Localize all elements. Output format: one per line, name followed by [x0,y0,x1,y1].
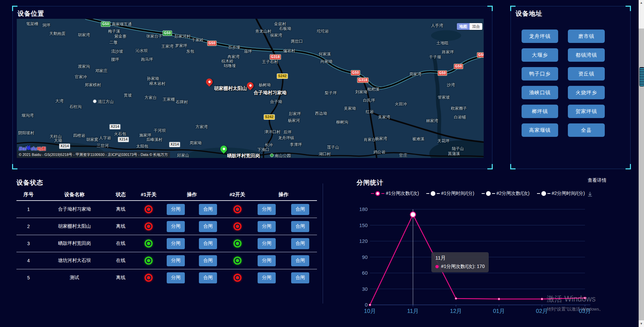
map-place-label: 笔架槽 [26,21,38,27]
close-switch-button[interactable]: 合闸 [199,255,217,266]
table-row: 2胡家棚村太阳山离线分闸合闸分闸合闸 [16,218,317,235]
address-button-10[interactable]: 贺家坪镇 [568,105,605,118]
open-switch-button[interactable]: 分闸 [167,272,185,283]
legend-item[interactable]: #1分闸时间/(分) [426,190,474,197]
road-shield-g50: G50 [454,64,463,69]
status-section-title: 设备状态 [16,178,43,187]
map-place-label: 郑家榜村 [85,82,101,88]
address-button-3[interactable]: 大堰乡 [522,48,558,62]
open-switch-button[interactable]: 分闸 [258,255,276,266]
address-button-6[interactable]: 资丘镇 [568,67,605,80]
map-place-label: 吴家湾 [378,114,390,120]
open-switch-button[interactable]: 分闸 [167,238,185,249]
close-switch-button[interactable]: 合闸 [199,221,217,232]
baidu-map[interactable]: 笔架槽洞坪天鹅抱蛋胡家湾高家堰互通梅子溪紫金寨二墩流沙坡沁水坝张家台子彭家河村王… [17,19,484,158]
road-shield-x214: X214 [118,137,129,142]
map-place-label: 王家棚 [163,97,175,102]
address-button-5[interactable]: 鸭子口乡 [522,67,558,80]
scroll-down-button[interactable]: ▼ [639,320,644,327]
svg-text:60: 60 [362,270,368,276]
map-place-label: 肖家台 [364,137,376,143]
map-place-label: 坨坨岩 [317,29,329,34]
open-switch-button[interactable]: 分闸 [258,204,276,215]
map-place-label: 火石包 [114,131,126,137]
address-button-4[interactable]: 都镇湾镇 [568,48,605,62]
legend-item[interactable]: #2分闸时间/(分) [537,190,585,197]
scroll-up-button[interactable]: ▲ [639,0,644,29]
row-seq: 4 [16,258,41,263]
map-pin-label: 晒鼓坪村荒田岗 [227,153,260,158]
legend-item[interactable]: #2分闸次数/(次) [482,190,530,197]
dashboard: 设备位置 笔架槽洞坪天鹅抱蛋胡家湾高家堰互通梅子溪紫金寨二墩流沙坡沁水坝张家台子… [0,0,644,327]
open-switch-button[interactable]: 分闸 [258,221,276,232]
close-switch-button[interactable]: 合闸 [291,204,309,215]
map-panel-title: 设备位置 [17,9,44,18]
open-switch-button[interactable]: 分闸 [258,238,276,249]
map-place-label: 白氏坪 [363,98,375,103]
address-button-12[interactable]: 全县 [568,123,605,137]
row-seq: 1 [16,207,41,212]
map-place-label: 南山公园 [270,153,291,158]
address-button-11[interactable]: 高家堰镇 [522,123,558,137]
map-type-hybrid-button[interactable]: 混合 [470,23,482,30]
map-type-map-button[interactable]: 地图 [457,23,470,30]
device-status: 离线 [108,275,133,281]
map-copyright: © 2021 Baidu - GS(2019)5218号 - 甲测资字11009… [17,152,170,158]
close-switch-button[interactable]: 合闸 [199,204,217,215]
address-button-1[interactable]: 龙舟坪镇 [522,30,558,43]
map-place-label: 清江方山 [93,99,114,105]
map-place-label: 菖蒲溪 [448,151,460,157]
scrollbar-thumb[interactable] [639,67,644,87]
map-place-label: 龙舟坪镇 [278,135,294,141]
road-shield-g318: G318 [357,77,369,83]
close-switch-button[interactable]: 合闸 [199,238,217,249]
close-switch-button[interactable]: 合闸 [199,272,217,283]
switch1-cell [133,257,164,265]
map-place-label: 枇杷溪 [367,87,379,92]
open-switch-button[interactable]: 分闸 [258,272,276,283]
road-shield-x214: X214 [169,142,180,147]
device-name: 晒鼓坪村荒田岗 [41,240,108,247]
scrollbar[interactable]: ▲ ▼ [639,0,644,327]
address-button-7[interactable]: 渔峡口镇 [522,86,558,99]
open-switch-button[interactable]: 分闸 [167,255,185,266]
map-place-label: 渡家沟 [78,64,90,69]
road-shield-g50: G50 [163,31,172,36]
map-place-label: 东包 [186,49,194,54]
operation2-cell: 分闸合闸 [255,204,312,215]
table-row: 1合子坳村习家坳离线分闸合闸分闸合闸 [16,201,317,218]
map-place-label: 西边坳 [315,111,327,116]
baidu-logo: Baidu地图 [19,146,46,152]
map-place-label: 邓家庄 [95,68,107,74]
address-button-8[interactable]: 火烧坪乡 [568,86,605,99]
switch1-cell [133,274,164,282]
download-icon[interactable] [587,191,593,199]
close-switch-button[interactable]: 合闸 [291,272,309,283]
map-place-label: 白岩铺 [454,114,466,120]
map-place-label: 阴阳坡村 [18,130,34,136]
view-details-link[interactable]: 查看详情 [588,177,606,183]
device-status-table: 序号设备名称状态#1开关操作#2开关操作 1合子坳村习家坳离线分闸合闸分闸合闸2… [16,189,317,286]
map-pin-label: 合子坳村习家坳 [254,90,286,96]
corner-decoration [626,164,631,169]
road-shield-g318: G318 [270,54,281,60]
map-place-label: 干子堰 [429,54,441,60]
address-button-2[interactable]: 磨市镇 [568,30,605,43]
close-switch-button[interactable]: 合闸 [291,221,309,232]
address-panel-title: 设备地址 [516,9,542,18]
switch1-indicator-on [145,257,153,265]
map-place-label: 刘家坳 [355,89,367,95]
device-status: 在线 [108,240,133,247]
map-place-label: 百步垭 [228,45,240,50]
open-switch-button[interactable]: 分闸 [167,204,185,215]
map-place-label: 合子坳 [270,99,282,105]
close-switch-button[interactable]: 合闸 [291,255,309,266]
legend-dot-icon [375,191,380,196]
legend-item[interactable]: #1分闸次数/(次) [371,190,419,197]
open-switch-button[interactable]: 分闸 [167,221,185,232]
chart-section-title: 分闸统计 [357,178,383,187]
scenic-icon [93,100,97,103]
close-switch-button[interactable]: 合闸 [291,238,309,249]
switch2-cell [220,274,255,282]
address-button-9[interactable]: 榔坪镇 [522,105,558,118]
